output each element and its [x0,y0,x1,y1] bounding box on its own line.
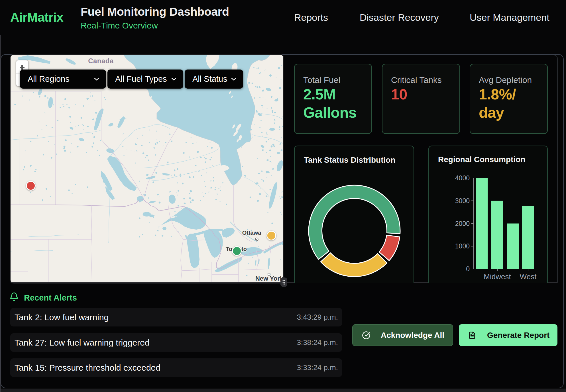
svg-text:4000: 4000 [455,174,470,182]
svg-text:Ottawa: Ottawa [242,230,262,236]
svg-text:1000: 1000 [455,242,470,250]
svg-text:New York: New York [255,275,283,282]
svg-text:0: 0 [466,265,470,273]
svg-text:2000: 2000 [455,220,470,227]
svg-text:Midwest: Midwest [484,272,511,281]
svg-text:Canada: Canada [88,57,114,65]
svg-text:3000: 3000 [455,197,470,205]
svg-text:West: West [520,272,537,281]
